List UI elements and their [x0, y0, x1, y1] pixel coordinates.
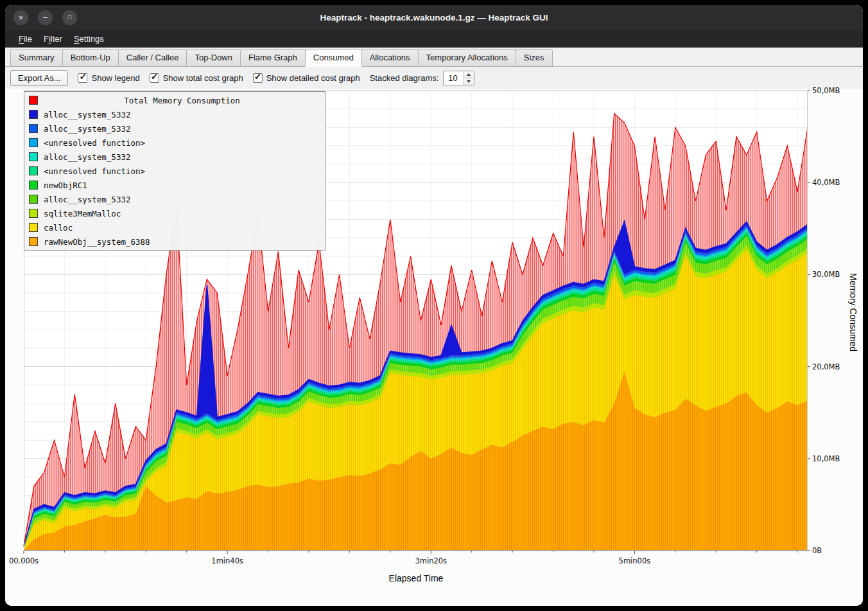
y-tick-label: 40,0MB: [812, 178, 840, 187]
tab-caller-callee[interactable]: Caller / Callee: [118, 49, 187, 67]
menubar: FileFilterSettings: [5, 30, 863, 48]
legend-swatch: [29, 110, 38, 119]
maximize-button[interactable]: □: [62, 10, 77, 25]
legend-label: alloc__system_5332: [44, 152, 130, 162]
legend-swatch: [29, 96, 38, 105]
legend-swatch: [29, 124, 38, 133]
spinner-buttons: [464, 71, 474, 85]
legend-swatch: [29, 237, 38, 246]
tab-bottom-up[interactable]: Bottom-Up: [62, 49, 119, 67]
legend-item: calloc: [24, 220, 325, 235]
checkbox-box: ✓: [150, 73, 159, 83]
legend-item: <unresolved function>: [24, 136, 325, 150]
legend-label: <unresolved function>: [44, 138, 145, 148]
legend-item: alloc__system_5332: [24, 107, 325, 121]
legend-label: rawNewObj__system_6388: [44, 237, 150, 247]
legend-item: alloc__system_5332: [24, 192, 325, 206]
stacked-diagrams-value: 10: [444, 71, 463, 85]
tab-allocations[interactable]: Allocations: [361, 49, 419, 67]
checkbox-show-total-cost-graph[interactable]: ✓Show total cost graph: [150, 73, 243, 83]
tab-sizes[interactable]: Sizes: [516, 49, 553, 67]
stacked-diagrams-spinbox[interactable]: 10: [443, 71, 474, 85]
up-arrow-icon: [467, 73, 471, 76]
stacked-diagrams-label: Stacked diagrams:: [370, 73, 439, 83]
minimize-icon: −: [43, 13, 48, 22]
checkbox-box: ✓: [78, 73, 87, 83]
legend-item: alloc__system_5332: [24, 150, 325, 164]
legend-label: Total Memory Consumption: [44, 96, 320, 105]
legend-label: alloc__system_5332: [44, 195, 130, 204]
checkbox-show-legend[interactable]: ✓Show legend: [78, 73, 139, 83]
legend-label: alloc__system_5332: [44, 110, 130, 120]
y-tick-label: 30,0MB: [812, 270, 840, 279]
legend-swatch: [29, 138, 38, 147]
toolbar: Export As... ✓Show legend✓Show total cos…: [5, 67, 863, 89]
menu-file[interactable]: File: [13, 31, 38, 47]
legend-swatch: [29, 223, 38, 232]
y-tick-label: 10,0MB: [812, 454, 840, 463]
check-icon: ✓: [79, 71, 87, 82]
x-tick-label: 00.000s: [9, 556, 39, 565]
legend-swatch: [29, 152, 38, 161]
legend-label: alloc__system_5332: [44, 124, 130, 134]
chart-legend: Total Memory Consumptionalloc__system_53…: [24, 91, 326, 251]
legend-swatch: [29, 209, 38, 218]
export-as-button[interactable]: Export As...: [10, 70, 68, 86]
window-controls: × − □: [13, 10, 77, 25]
spin-down-button[interactable]: [464, 78, 474, 85]
menu-filter[interactable]: Filter: [38, 31, 68, 47]
checkbox-label: Show legend: [91, 73, 139, 83]
tab-bar: SummaryBottom-UpCaller / CalleeTop-DownF…: [5, 48, 863, 67]
down-arrow-icon: [467, 80, 471, 83]
window-title: Heaptrack - heaptrack.wakunode.1.gz — He…: [5, 13, 863, 22]
check-icon: ✓: [254, 71, 262, 82]
checkbox-label: Show detailed cost graph: [266, 73, 360, 83]
x-axis-title: Elapsed Time: [389, 573, 444, 583]
spin-up-button[interactable]: [464, 71, 474, 78]
close-icon: ×: [19, 13, 24, 22]
tab-temporary-allocations[interactable]: Temporary Allocations: [418, 49, 516, 67]
checkbox-box: ✓: [253, 73, 263, 83]
legend-item: rawNewObj__system_6388: [24, 235, 325, 249]
toolbar-checkboxes: ✓Show legend✓Show total cost graph✓Show …: [78, 73, 360, 83]
legend-label: sqlite3MemMalloc: [44, 209, 121, 218]
y-tick-label: 0B: [812, 546, 822, 555]
minimize-button[interactable]: −: [38, 10, 53, 25]
heaptrack-window: × − □ Heaptrack - heaptrack.wakunode.1.g…: [5, 5, 863, 606]
maximize-icon: □: [68, 15, 71, 21]
legend-swatch: [29, 166, 38, 175]
checkbox-label: Show total cost graph: [163, 73, 243, 83]
tab-summary[interactable]: Summary: [10, 49, 63, 67]
menu-settings[interactable]: Settings: [68, 31, 110, 47]
check-icon: ✓: [151, 71, 159, 82]
legend-item: <unresolved function>: [24, 164, 325, 178]
y-tick-label: 20,0MB: [812, 362, 840, 371]
legend-label: calloc: [44, 223, 73, 233]
legend-item: newObjRC1: [24, 178, 325, 192]
legend-label: <unresolved function>: [44, 166, 145, 176]
tab-consumed[interactable]: Consumed: [305, 49, 362, 67]
legend-item: alloc__system_5332: [24, 121, 325, 136]
legend-label: newObjRC1: [44, 181, 87, 190]
chart-area: Total Memory Consumptionalloc__system_53…: [5, 89, 863, 606]
x-tick-label: 3min20s: [415, 556, 447, 565]
y-tick-label: 50,0MB: [812, 86, 840, 95]
close-button[interactable]: ×: [13, 10, 28, 25]
x-tick-label: 1min40s: [211, 556, 243, 565]
legend-title-row: Total Memory Consumption: [24, 93, 325, 107]
legend-swatch: [29, 195, 38, 204]
tab-flame-graph[interactable]: Flame Graph: [240, 49, 306, 67]
titlebar: × − □ Heaptrack - heaptrack.wakunode.1.g…: [5, 5, 863, 30]
checkbox-show-detailed-cost-graph[interactable]: ✓Show detailed cost graph: [253, 73, 360, 83]
x-tick-label: 5min00s: [619, 556, 651, 565]
legend-item: sqlite3MemMalloc: [24, 206, 325, 220]
legend-swatch: [29, 181, 38, 190]
tab-top-down[interactable]: Top-Down: [186, 49, 241, 67]
y-axis-title: Memory Consumed: [848, 273, 858, 351]
